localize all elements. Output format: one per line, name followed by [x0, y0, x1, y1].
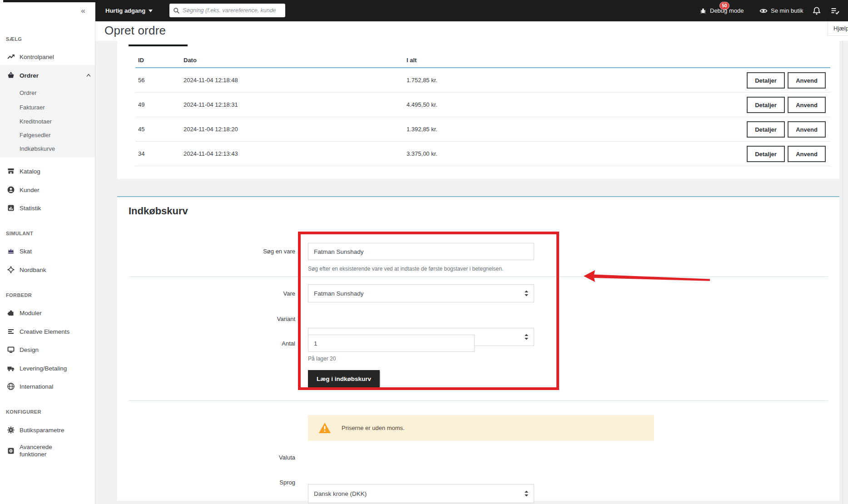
- sidebar-item-nordbank[interactable]: Nordbank: [0, 263, 95, 277]
- notifications-button[interactable]: [812, 0, 821, 21]
- sidebar-item-label: Avancerede funktioner: [20, 444, 69, 458]
- carts-panel: ID Dato I alt 56 2024-11-04 12:18:48 1.7…: [117, 41, 839, 179]
- product-label: Vare: [117, 290, 295, 297]
- sidebar-item-avancerede-funktioner[interactable]: Avancerede funktioner: [0, 443, 95, 459]
- details-button[interactable]: Detaljer: [747, 72, 785, 89]
- gear-square-icon: [7, 447, 15, 455]
- select-stepper-icon: [524, 333, 529, 341]
- cell-total: 1.752,85 kr.: [407, 77, 437, 84]
- basket-icon: [7, 71, 15, 79]
- cell-id: 49: [138, 101, 144, 108]
- sidebar-collapse-button[interactable]: «: [76, 6, 90, 18]
- cart-panel-title: Indkøbskurv: [129, 205, 188, 217]
- details-button[interactable]: Detaljer: [747, 121, 785, 138]
- help-button[interactable]: Hjælp: [828, 21, 848, 36]
- gear-icon: [7, 426, 15, 434]
- sidebar-item-label: Statistik: [20, 205, 41, 212]
- quick-access-menu[interactable]: Hurtig adgang: [105, 0, 153, 21]
- customer-icon: [7, 186, 15, 194]
- search-input[interactable]: [183, 7, 276, 14]
- vat-warning-alert: Priserne er uden moms.: [308, 415, 654, 441]
- sidebar-subitem-indkobskurve[interactable]: Indkøbskurve: [20, 143, 92, 154]
- sidebar-subitem-kreditnotaer[interactable]: Kreditnotaer: [20, 115, 92, 127]
- sidebar: « SÆLG Kontrolpanel Ordrer Ordrer Faktur…: [0, 0, 95, 504]
- sidebar-item-statistik[interactable]: Statistik: [0, 201, 95, 215]
- table-row: 56 2024-11-04 12:18:48 1.752,85 kr. Deta…: [135, 68, 830, 93]
- three-bars-icon: [7, 327, 15, 336]
- store-icon: [7, 167, 15, 175]
- bug-icon: [699, 7, 707, 15]
- sidebar-item-label: Levering/Betaling: [20, 365, 67, 372]
- sidebar-item-butiksparametre[interactable]: Butiksparametre: [0, 423, 95, 437]
- sidebar-subitem-folgesedler[interactable]: Følgesedler: [20, 129, 92, 141]
- sidebar-item-skat[interactable]: Skat: [0, 244, 95, 258]
- view-my-shop-label: Se min butik: [771, 7, 803, 14]
- variant-label: Variant: [117, 316, 295, 322]
- currency-label: Valuta: [117, 454, 295, 461]
- puzzle-icon: [7, 309, 15, 317]
- search-help-text: Søg efter en eksisterende vare ved at in…: [308, 266, 503, 272]
- sidebar-item-kontrolpanel[interactable]: Kontrolpanel: [0, 50, 95, 64]
- product-search-input[interactable]: [308, 243, 534, 260]
- sidebar-subitem-fakturaer[interactable]: Fakturaer: [20, 101, 92, 113]
- apply-button[interactable]: Anvend: [788, 97, 826, 113]
- sidebar-section-forbedr: FORBEDR: [6, 292, 32, 298]
- divider: [129, 400, 828, 401]
- page-title: Opret ordre: [104, 24, 166, 38]
- global-search[interactable]: [169, 4, 285, 17]
- active-tab-underline[interactable]: [129, 44, 188, 46]
- quick-access-label: Hurtig adgang: [105, 7, 145, 14]
- scroll-gutter[interactable]: [843, 41, 843, 504]
- table-row: 45 2024-11-04 12:18:20 1.392,85 kr. Deta…: [135, 117, 830, 142]
- sidebar-item-levering-betaling[interactable]: Levering/Betaling: [0, 361, 95, 375]
- apply-button[interactable]: Anvend: [788, 146, 826, 162]
- cell-date: 2024-11-04 12:13:43: [183, 150, 238, 157]
- sidebar-item-international[interactable]: International: [0, 380, 95, 393]
- cell-total: 3.375,00 kr.: [407, 150, 437, 157]
- cell-date: 2024-11-04 12:18:48: [183, 77, 238, 84]
- currency-select-value: Dansk krone (DKK): [314, 490, 367, 497]
- column-header-date: Dato: [183, 57, 197, 64]
- vat-warning-text: Priserne er uden moms.: [342, 425, 405, 431]
- add-to-cart-button[interactable]: Læg i indkøbskurv: [308, 370, 380, 387]
- apply-button[interactable]: Anvend: [788, 121, 826, 138]
- order-messages-button[interactable]: [830, 0, 840, 21]
- sidebar-item-label: Skat: [20, 248, 32, 255]
- sidebar-item-katalog[interactable]: Katalog: [0, 164, 95, 178]
- sidebar-item-label: Ordrer: [20, 72, 39, 79]
- page-header: Opret ordre Hjælp: [95, 21, 848, 41]
- view-my-shop-link[interactable]: Se min butik: [759, 0, 803, 21]
- cell-total: 4.495,50 kr.: [407, 101, 437, 108]
- product-select-value: Fatman Sunshady: [314, 290, 364, 297]
- eye-icon: [759, 8, 768, 14]
- cell-id: 34: [138, 150, 144, 157]
- quantity-label: Antal: [117, 340, 295, 347]
- apply-button[interactable]: Anvend: [788, 72, 826, 89]
- bar-chart-icon: [7, 204, 15, 212]
- warning-triangle-icon: [318, 422, 332, 434]
- globe-icon: [7, 382, 15, 390]
- sidebar-item-moduler[interactable]: Moduler: [0, 306, 95, 320]
- sidebar-item-creative-elements[interactable]: Creative Elements: [0, 325, 95, 338]
- trend-up-icon: [7, 53, 15, 61]
- details-button[interactable]: Detaljer: [747, 146, 785, 162]
- column-header-id: ID: [138, 57, 144, 64]
- sidebar-item-label: Design: [20, 346, 39, 353]
- sidebar-item-label: Kontrolpanel: [20, 54, 54, 60]
- details-button[interactable]: Detaljer: [747, 97, 785, 113]
- topbar: Hurtig adgang Debug mode Se min butik: [95, 0, 848, 21]
- cell-id: 45: [138, 126, 144, 133]
- cart-panel: Indkøbskurv Søg en vare Søg efter en eks…: [117, 196, 839, 501]
- sidebar-item-design[interactable]: Design: [0, 343, 95, 356]
- select-stepper-icon: [524, 490, 529, 497]
- sidebar-item-kunder[interactable]: Kunder: [0, 183, 95, 197]
- quantity-input[interactable]: [308, 335, 475, 352]
- caret-down-icon: [149, 10, 153, 12]
- product-select[interactable]: Fatman Sunshady: [308, 284, 534, 302]
- sidebar-item-label: Moduler: [20, 310, 42, 316]
- sidebar-item-ordrer[interactable]: Ordrer: [0, 69, 95, 82]
- currency-select[interactable]: Dansk krone (DKK): [308, 484, 534, 503]
- sidebar-subitem-ordrer[interactable]: Ordrer: [20, 87, 92, 99]
- cell-date: 2024-11-04 12:18:20: [183, 126, 238, 133]
- bell-icon: [812, 6, 821, 15]
